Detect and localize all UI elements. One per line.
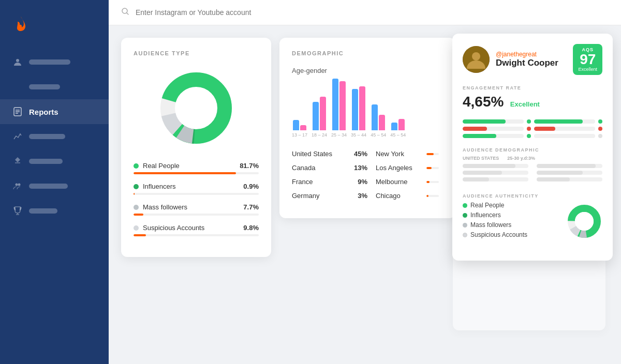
- demo-bar-fill: [537, 164, 596, 168]
- demo-bar: [463, 171, 528, 175]
- demo-bar-fill: [537, 171, 583, 175]
- auth-content: Real People Influencers Mass followers: [463, 202, 602, 241]
- influencers-bar-fill: [134, 193, 135, 195]
- auth-label-influencers: Influencers: [470, 211, 501, 219]
- mini-dot: [527, 134, 531, 138]
- city-name: Los Angeles: [376, 164, 422, 172]
- legend-real-people: Real People 81.7%: [134, 162, 259, 174]
- sidebar-item-filters[interactable]: [0, 74, 109, 99]
- geo-section: United States 45% Canada 13%: [292, 150, 443, 206]
- city-bar-bg: [426, 195, 439, 197]
- country-name: Germany: [292, 192, 338, 200]
- mass-followers-pct: 7.7%: [243, 203, 259, 211]
- audience-icon: [12, 57, 23, 67]
- bar-label: 45 – 54: [390, 132, 406, 138]
- mini-dot: [527, 119, 531, 124]
- demo-bar: [463, 164, 528, 168]
- mini-bar-fill: [463, 127, 487, 131]
- demo-col1-label: UNITED STATES: [463, 156, 499, 161]
- influencers-label: Influencers: [143, 183, 176, 190]
- mini-bar-fill: [534, 119, 583, 124]
- suspicious-bar-bg: [134, 234, 259, 236]
- suspicious-bar-fill: [134, 234, 146, 236]
- profile-name: Dwight Cooper: [496, 58, 567, 68]
- mini-dot: [598, 127, 602, 131]
- audience-demo-label: AUDIENCE DEMOGRAPHIC: [463, 147, 602, 153]
- country-pct: 45%: [347, 150, 367, 158]
- svg-point-0: [16, 59, 19, 62]
- team-icon: [12, 181, 23, 191]
- mini-donut-chart: [566, 203, 602, 239]
- search-input[interactable]: [136, 8, 291, 17]
- donut-chart-container: [134, 67, 259, 149]
- mini-bar-fill: [463, 119, 506, 124]
- auth-influencers: Influencers: [463, 211, 558, 219]
- sidebar-item-audience[interactable]: [0, 50, 109, 74]
- avatar: [463, 46, 490, 73]
- auth-label-mass: Mass followers: [470, 221, 511, 229]
- demo-bar-fill: [537, 177, 570, 181]
- bar-pink: [398, 119, 405, 130]
- sidebar-logo: [0, 10, 109, 50]
- sidebar-item-team[interactable]: [0, 174, 109, 199]
- real-people-bar-bg: [134, 172, 259, 174]
- sidebar-item-trophy[interactable]: [0, 199, 109, 223]
- city-bar-bg: [426, 167, 439, 169]
- auth-label: AUDIENCE AUTHENTICITY: [463, 193, 602, 199]
- city-name: Melbourne: [376, 178, 422, 186]
- aqs-quality: Excellent: [578, 67, 597, 72]
- city-bar-bg: [426, 153, 439, 155]
- city-row-la: Los Angeles: [376, 164, 443, 172]
- mass-followers-label: Mass followers: [143, 203, 187, 211]
- demo-bar: [537, 171, 602, 175]
- suspicious-label: Suspicious Accounts: [143, 224, 204, 232]
- mini-bar-bg: [534, 127, 595, 131]
- mini-bar-row: [534, 127, 602, 131]
- filters-icon: [12, 82, 23, 92]
- demo-bar: [463, 177, 528, 181]
- demo-col2: [537, 164, 602, 184]
- mini-bar-bg: [463, 127, 524, 131]
- country-name: Canada: [292, 164, 338, 172]
- sidebar-item-reports[interactable]: Reports: [0, 99, 109, 124]
- auth-dot-mass: [463, 223, 467, 228]
- mini-bar-bg: [534, 134, 595, 138]
- demo-col2-label: 25-30 y.d:3%: [507, 156, 535, 161]
- mini-dot: [598, 119, 602, 124]
- sidebar-item-balance[interactable]: [0, 149, 109, 174]
- location-row-ca: Canada 13%: [292, 164, 367, 172]
- mass-followers-bar-bg: [134, 214, 259, 216]
- mini-bar-bg: [463, 119, 524, 124]
- location-row-de: Germany 3%: [292, 192, 367, 200]
- mini-bar-row: [463, 134, 531, 138]
- svg-point-2: [16, 184, 18, 186]
- location-row-fr: France 9%: [292, 178, 367, 186]
- engagement-quality: Excellent: [510, 100, 540, 108]
- cards-area: AUDIENCE TYPE: [109, 25, 621, 364]
- aqs-score: 97: [578, 52, 597, 67]
- sidebar-item-stats[interactable]: [0, 124, 109, 149]
- demo-col1: [463, 164, 528, 184]
- trophy-icon: [12, 206, 23, 216]
- demographic-title: DEMOGRAPHIC: [292, 50, 443, 56]
- auth-label-real: Real People: [470, 202, 504, 209]
- auth-dot-real: [463, 203, 467, 208]
- city-row-mel: Melbourne: [376, 178, 443, 186]
- engagement-section: ENGAGEMENT RATE 4,65% Excellent: [463, 85, 602, 110]
- mass-followers-dot: [134, 205, 139, 210]
- demo-bar: [537, 164, 602, 168]
- countries-col: United States 45% Canada 13%: [292, 150, 367, 206]
- suspicious-pct: 9.8%: [243, 224, 259, 232]
- auth-suspicious: Suspicious Accounts: [463, 231, 558, 238]
- city-row-ny: New York: [376, 150, 443, 158]
- donut-chart: [155, 67, 238, 149]
- flame-icon: [12, 16, 29, 32]
- auth-label-suspicious: Suspicious Accounts: [470, 231, 527, 238]
- suspicious-dot: [134, 225, 139, 231]
- real-people-pct: 81.7%: [240, 162, 259, 170]
- mini-bar-row: [463, 127, 531, 131]
- bar-label: 25 – 34: [331, 132, 347, 138]
- sidebar-item-label: [29, 184, 68, 189]
- mini-dot: [598, 134, 602, 138]
- sidebar-item-label: [29, 134, 65, 139]
